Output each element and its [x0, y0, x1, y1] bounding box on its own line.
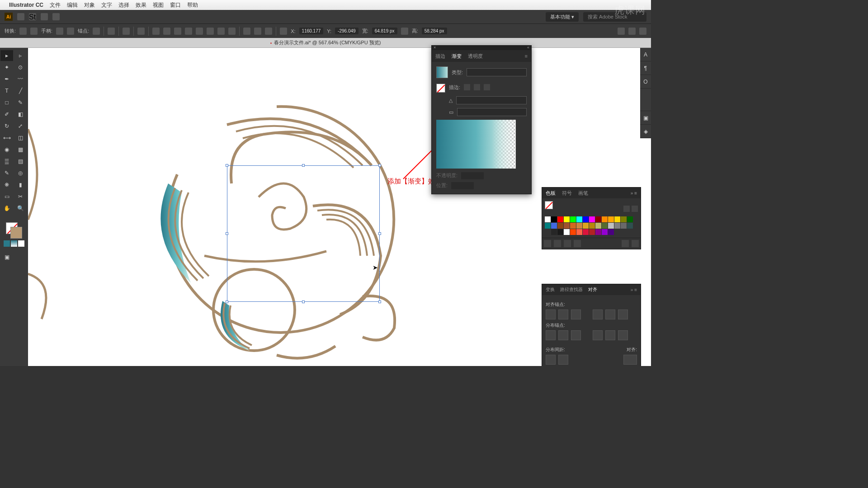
aspect-dropdown[interactable] — [457, 108, 527, 116]
align-top-btn[interactable] — [593, 310, 603, 319]
isolate-icon[interactable] — [123, 28, 130, 35]
collapse-icon[interactable]: « — [527, 45, 529, 50]
curvature-tool[interactable]: 〰 — [14, 74, 27, 84]
perspective-tool[interactable]: ▦ — [14, 144, 27, 155]
align-pixel-icon[interactable] — [137, 28, 145, 35]
bridge-icon[interactable] — [17, 13, 24, 20]
dist-top-btn[interactable] — [546, 330, 556, 340]
align-bottom-btn[interactable] — [618, 310, 628, 319]
align-left-icon[interactable] — [152, 28, 160, 35]
zoom-tool[interactable]: 🔍 — [14, 203, 27, 214]
tab-swatches[interactable]: 色板 — [546, 190, 556, 197]
swatch-color[interactable] — [595, 229, 601, 235]
tab-align[interactable]: 对齐 — [588, 286, 597, 293]
line-tool[interactable]: ╱ — [14, 85, 27, 96]
link-wh-icon[interactable] — [401, 28, 408, 35]
new-swatch-icon[interactable] — [622, 240, 629, 247]
handle-top-left[interactable] — [226, 164, 228, 167]
handle-bot-right[interactable] — [378, 300, 381, 303]
mesh-tool[interactable]: ▒ — [0, 156, 13, 167]
para-panel-icon[interactable]: ¶ — [640, 61, 651, 75]
tab-symbols[interactable]: 符号 — [562, 190, 572, 197]
swatch-color[interactable] — [595, 216, 601, 222]
menu-edit[interactable]: 编辑 — [67, 1, 78, 9]
menu-effect[interactable]: 效果 — [136, 1, 146, 9]
shape-mode-icon[interactable] — [618, 28, 625, 35]
align-bottom-icon[interactable] — [207, 28, 214, 35]
swatch-color[interactable] — [551, 229, 557, 235]
eyedropper-tool[interactable]: ✎ — [0, 168, 13, 178]
new-group-icon[interactable] — [574, 240, 581, 247]
dist-vcenter-btn[interactable] — [558, 330, 568, 340]
swatch-color[interactable] — [564, 229, 570, 235]
menu-select[interactable]: 选择 — [118, 1, 129, 9]
swatch-color[interactable] — [576, 216, 582, 222]
lib-panel-icon[interactable]: ◈ — [640, 125, 651, 138]
opacity-field[interactable] — [461, 172, 484, 179]
swatch-color[interactable] — [557, 223, 563, 229]
align-to-dropdown[interactable] — [623, 355, 637, 365]
dist-hcenter-btn[interactable] — [605, 330, 615, 340]
swatches-options-icon[interactable]: » ≡ — [631, 191, 637, 196]
gradient-mode-icon[interactable] — [11, 240, 17, 247]
swatch-color[interactable] — [627, 216, 633, 222]
menu-help[interactable]: 帮助 — [187, 1, 198, 9]
tab-pathfinder[interactable]: 路径查找器 — [560, 286, 583, 293]
align-hcenter-icon[interactable] — [163, 28, 170, 35]
reference-point-icon[interactable] — [280, 28, 287, 35]
opentype-panel-icon[interactable]: O — [640, 75, 651, 89]
stock-icon[interactable]: St — [29, 13, 36, 20]
tab-transform[interactable]: 变换 — [546, 286, 555, 293]
stroke-none-icon[interactable] — [436, 84, 445, 93]
color-mode-icon[interactable] — [4, 240, 10, 247]
tab-stroke[interactable]: 描边 — [435, 53, 445, 60]
angle-dropdown[interactable] — [456, 96, 527, 104]
spacing-field[interactable] — [571, 355, 594, 365]
align-vcenter-icon[interactable] — [196, 28, 203, 35]
align-vcenter-btn[interactable] — [605, 310, 615, 319]
swatch-color[interactable] — [583, 223, 589, 229]
char-panel-icon[interactable]: A — [640, 48, 651, 61]
close-icon[interactable]: × — [434, 45, 436, 50]
swatch-kind-icon[interactable] — [554, 240, 561, 247]
width-tool[interactable]: ⟷ — [0, 132, 13, 143]
swatches-fillstroke[interactable] — [545, 201, 557, 214]
dist-bottom-btn[interactable] — [571, 330, 581, 340]
vdist1-icon[interactable] — [243, 28, 250, 35]
tab-brushes[interactable]: 画笔 — [578, 190, 588, 197]
swatch-options-icon[interactable] — [564, 240, 571, 247]
more-options-icon[interactable] — [639, 28, 646, 35]
swatch-color[interactable] — [608, 229, 614, 235]
lasso-tool[interactable]: ⊙ — [14, 62, 27, 73]
align-hcenter-btn[interactable] — [558, 310, 568, 319]
swatch-color[interactable] — [564, 223, 570, 229]
blend-tool[interactable]: ◎ — [14, 168, 27, 178]
gradient-tool-box[interactable]: ▤ — [14, 156, 27, 167]
swatch-color[interactable] — [545, 229, 551, 235]
swatch-color[interactable] — [595, 223, 601, 229]
rotate-tool[interactable]: ↻ — [0, 121, 13, 131]
h-value[interactable]: 58.284 px — [422, 28, 447, 34]
menu-object[interactable]: 对象 — [84, 1, 95, 9]
app-name[interactable]: Illustrator CC — [9, 2, 43, 8]
dist-space-v-btn[interactable] — [546, 355, 556, 365]
shaper-tool[interactable]: ✐ — [0, 109, 13, 120]
list-view-icon[interactable] — [623, 206, 630, 212]
align-menu-icon[interactable]: » ≡ — [631, 287, 637, 292]
swatch-color[interactable] — [583, 216, 589, 222]
none-mode-icon[interactable] — [18, 240, 24, 247]
swatch-color[interactable] — [570, 216, 576, 222]
swatch-color[interactable] — [551, 223, 557, 229]
paintbrush-tool[interactable]: ✎ — [14, 97, 27, 108]
menu-type[interactable]: 文字 — [101, 1, 112, 9]
swatch-color[interactable] — [614, 216, 620, 222]
swatch-color[interactable] — [621, 216, 627, 222]
align-right-btn[interactable] — [571, 310, 581, 319]
direct-selection-tool[interactable]: ▹ — [14, 50, 27, 61]
align-right-icon[interactable] — [174, 28, 181, 35]
menu-view[interactable]: 视图 — [153, 1, 164, 9]
swatch-color[interactable] — [608, 216, 614, 222]
swatch-color[interactable] — [589, 223, 595, 229]
grid-view-icon[interactable] — [632, 206, 638, 212]
workspace-switcher[interactable]: 基本功能 ▾ — [546, 12, 579, 22]
